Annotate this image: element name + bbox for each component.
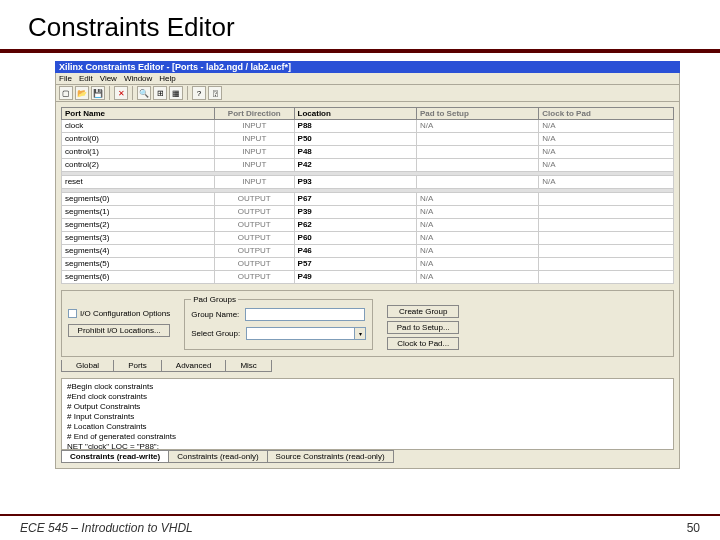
tab-global[interactable]: Global [61, 360, 114, 372]
col-port-direction[interactable]: Port Direction [215, 108, 295, 120]
table-row[interactable]: segments(3)OUTPUTP60N/A [62, 232, 674, 245]
footer-text: ECE 545 – Introduction to VHDL [20, 521, 193, 535]
tab-constraints-ro[interactable]: Constraints (read-only) [168, 450, 267, 463]
select-group-label: Select Group: [191, 329, 240, 338]
table-row[interactable]: segments(5)OUTPUTP57N/A [62, 258, 674, 271]
menu-help[interactable]: Help [159, 74, 175, 83]
clock-to-pad-button[interactable]: Clock to Pad... [387, 337, 459, 350]
save-icon[interactable]: 💾 [91, 86, 105, 100]
search-icon[interactable]: 🔍 [137, 86, 151, 100]
chevron-down-icon: ▾ [354, 328, 365, 339]
io-config-checkbox[interactable] [68, 309, 77, 318]
col-port-name[interactable]: Port Name [62, 108, 215, 120]
col-location[interactable]: Location [294, 108, 416, 120]
constraints-text[interactable]: #Begin clock constraints#End clock const… [61, 378, 674, 450]
table-row[interactable]: control(2)INPUTP42N/A [62, 159, 674, 172]
table-row[interactable]: control(1)INPUTP48N/A [62, 146, 674, 159]
tab-advanced[interactable]: Advanced [161, 360, 227, 372]
toolbar: ▢ 📂 💾 ✕ 🔍 ⊞ ▦ ? ⍰ [55, 85, 680, 102]
table-row[interactable]: segments(1)OUTPUTP39N/A [62, 206, 674, 219]
constraints-tabs: Constraints (read-write) Constraints (re… [61, 450, 674, 463]
open-icon[interactable]: 📂 [75, 86, 89, 100]
new-icon[interactable]: ▢ [59, 86, 73, 100]
main-tabs: Global Ports Advanced Misc [61, 360, 674, 372]
group-icon[interactable]: ⊞ [153, 86, 167, 100]
table-row[interactable]: segments(4)OUTPUTP46N/A [62, 245, 674, 258]
tab-ports[interactable]: Ports [113, 360, 162, 372]
pad-groups-legend: Pad Groups [191, 295, 238, 304]
slide-title: Constraints Editor [0, 0, 720, 49]
tab-source-constraints[interactable]: Source Constraints (read-only) [267, 450, 394, 463]
group-name-label: Group Name: [191, 310, 239, 319]
pad-groups-panel: I/O Configuration Options Prohibit I/O L… [61, 290, 674, 357]
ports-table: Port Name Port Direction Location Pad to… [61, 107, 674, 284]
menubar: File Edit View Window Help [55, 73, 680, 85]
table-row[interactable]: segments(6)OUTPUTP49N/A [62, 271, 674, 284]
constraints-editor-window: Xilinx Constraints Editor - [Ports - lab… [55, 61, 680, 469]
pad-to-setup-button[interactable]: Pad to Setup... [387, 321, 459, 334]
context-help-icon[interactable]: ⍰ [208, 86, 222, 100]
create-group-button[interactable]: Create Group [387, 305, 459, 318]
tab-constraints-rw[interactable]: Constraints (read-write) [61, 450, 169, 463]
tab-misc[interactable]: Misc [225, 360, 271, 372]
menu-window[interactable]: Window [124, 74, 152, 83]
col-pad-to-setup[interactable]: Pad to Setup [416, 108, 538, 120]
select-group-combo[interactable]: ▾ [246, 327, 366, 340]
menu-view[interactable]: View [100, 74, 117, 83]
col-clock-to-pad[interactable]: Clock to Pad [539, 108, 674, 120]
menu-edit[interactable]: Edit [79, 74, 93, 83]
prohibit-io-button[interactable]: Prohibit I/O Locations... [68, 324, 170, 337]
delete-icon[interactable]: ✕ [114, 86, 128, 100]
title-rule [0, 49, 720, 53]
table-row[interactable]: segments(0)OUTPUTP67N/A [62, 193, 674, 206]
table-row[interactable]: segments(2)OUTPUTP62N/A [62, 219, 674, 232]
table-row[interactable]: resetINPUTP93N/A [62, 176, 674, 189]
io-config-label: I/O Configuration Options [80, 309, 170, 318]
help-icon[interactable]: ? [192, 86, 206, 100]
group-name-input[interactable] [245, 308, 365, 321]
table-row[interactable]: clockINPUTP88N/AN/A [62, 120, 674, 133]
table-row[interactable]: control(0)INPUTP50N/A [62, 133, 674, 146]
menu-file[interactable]: File [59, 74, 72, 83]
window-titlebar: Xilinx Constraints Editor - [Ports - lab… [55, 61, 680, 73]
chip-icon[interactable]: ▦ [169, 86, 183, 100]
page-number: 50 [687, 521, 700, 535]
